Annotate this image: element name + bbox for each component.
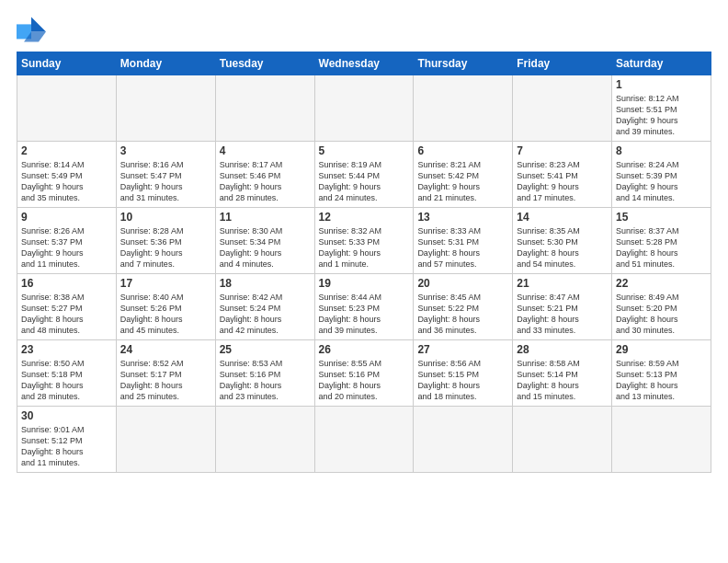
day-number: 27 [417, 343, 508, 356]
day-number: 4 [220, 144, 311, 157]
calendar-cell: 12Sunrise: 8:32 AM Sunset: 5:33 PM Dayli… [314, 208, 414, 274]
day-number: 14 [517, 211, 608, 224]
day-info: Sunrise: 8:12 AM Sunset: 5:51 PM Dayligh… [616, 93, 707, 138]
calendar-cell: 17Sunrise: 8:40 AM Sunset: 5:26 PM Dayli… [116, 274, 215, 340]
day-info: Sunrise: 8:14 AM Sunset: 5:49 PM Dayligh… [21, 159, 112, 204]
weekday-header-thursday: Thursday [414, 52, 513, 75]
day-number: 5 [319, 144, 410, 157]
day-info: Sunrise: 8:38 AM Sunset: 5:27 PM Dayligh… [21, 292, 112, 337]
day-number: 8 [616, 144, 707, 157]
day-info: Sunrise: 8:56 AM Sunset: 5:15 PM Dayligh… [417, 358, 508, 403]
day-number: 22 [616, 277, 707, 290]
day-info: Sunrise: 8:44 AM Sunset: 5:23 PM Dayligh… [319, 292, 410, 337]
calendar-cell: 6Sunrise: 8:21 AM Sunset: 5:42 PM Daylig… [414, 142, 513, 208]
day-info: Sunrise: 9:01 AM Sunset: 5:12 PM Dayligh… [21, 424, 112, 469]
calendar-cell [513, 407, 612, 473]
logo-icon [17, 17, 46, 42]
calendar-cell [414, 407, 513, 473]
day-number: 17 [120, 277, 211, 290]
day-number: 19 [319, 277, 410, 290]
day-number: 6 [417, 144, 508, 157]
day-info: Sunrise: 8:55 AM Sunset: 5:16 PM Dayligh… [319, 358, 410, 403]
calendar-cell: 3Sunrise: 8:16 AM Sunset: 5:47 PM Daylig… [116, 142, 215, 208]
day-info: Sunrise: 8:17 AM Sunset: 5:46 PM Dayligh… [220, 159, 311, 204]
calendar-cell: 24Sunrise: 8:52 AM Sunset: 5:17 PM Dayli… [116, 340, 215, 407]
day-info: Sunrise: 8:16 AM Sunset: 5:47 PM Dayligh… [120, 159, 211, 204]
calendar-week-row: 30Sunrise: 9:01 AM Sunset: 5:12 PM Dayli… [17, 407, 711, 473]
day-number: 15 [616, 211, 707, 224]
day-info: Sunrise: 8:23 AM Sunset: 5:41 PM Dayligh… [517, 159, 608, 204]
calendar-cell [414, 75, 513, 142]
calendar-header-row: SundayMondayTuesdayWednesdayThursdayFrid… [17, 52, 711, 75]
weekday-header-sunday: Sunday [17, 52, 117, 75]
day-info: Sunrise: 8:19 AM Sunset: 5:44 PM Dayligh… [319, 159, 410, 204]
weekday-header-wednesday: Wednesday [314, 52, 414, 75]
header [17, 17, 711, 42]
calendar-cell: 18Sunrise: 8:42 AM Sunset: 5:24 PM Dayli… [215, 274, 314, 340]
weekday-header-monday: Monday [116, 52, 215, 75]
day-number: 26 [319, 343, 410, 356]
calendar-week-row: 1Sunrise: 8:12 AM Sunset: 5:51 PM Daylig… [17, 75, 711, 142]
calendar-cell [612, 407, 711, 473]
calendar-cell: 11Sunrise: 8:30 AM Sunset: 5:34 PM Dayli… [215, 208, 314, 274]
calendar-table: SundayMondayTuesdayWednesdayThursdayFrid… [17, 52, 711, 473]
day-number: 24 [120, 343, 211, 356]
calendar-cell [116, 407, 215, 473]
day-number: 23 [21, 343, 112, 356]
day-info: Sunrise: 8:59 AM Sunset: 5:13 PM Dayligh… [616, 358, 707, 403]
svg-marker-0 [31, 17, 46, 31]
day-number: 13 [417, 211, 508, 224]
logo [17, 17, 50, 42]
calendar-cell [513, 75, 612, 142]
calendar-cell [215, 407, 314, 473]
calendar-cell: 25Sunrise: 8:53 AM Sunset: 5:16 PM Dayli… [215, 340, 314, 407]
calendar-cell: 30Sunrise: 9:01 AM Sunset: 5:12 PM Dayli… [17, 407, 117, 473]
calendar-cell: 23Sunrise: 8:50 AM Sunset: 5:18 PM Dayli… [17, 340, 117, 407]
calendar-cell: 20Sunrise: 8:45 AM Sunset: 5:22 PM Dayli… [414, 274, 513, 340]
calendar-week-row: 23Sunrise: 8:50 AM Sunset: 5:18 PM Dayli… [17, 340, 711, 407]
day-info: Sunrise: 8:26 AM Sunset: 5:37 PM Dayligh… [21, 225, 112, 270]
page: SundayMondayTuesdayWednesdayThursdayFrid… [0, 0, 728, 563]
day-info: Sunrise: 8:21 AM Sunset: 5:42 PM Dayligh… [417, 159, 508, 204]
calendar-cell: 16Sunrise: 8:38 AM Sunset: 5:27 PM Dayli… [17, 274, 117, 340]
day-info: Sunrise: 8:47 AM Sunset: 5:21 PM Dayligh… [517, 292, 608, 337]
calendar-cell: 21Sunrise: 8:47 AM Sunset: 5:21 PM Dayli… [513, 274, 612, 340]
day-info: Sunrise: 8:42 AM Sunset: 5:24 PM Dayligh… [220, 292, 311, 337]
day-number: 2 [21, 144, 112, 157]
day-number: 21 [517, 277, 608, 290]
day-number: 3 [120, 144, 211, 157]
calendar-week-row: 9Sunrise: 8:26 AM Sunset: 5:37 PM Daylig… [17, 208, 711, 274]
day-number: 29 [616, 343, 707, 356]
calendar-cell: 14Sunrise: 8:35 AM Sunset: 5:30 PM Dayli… [513, 208, 612, 274]
day-number: 25 [220, 343, 311, 356]
calendar-week-row: 16Sunrise: 8:38 AM Sunset: 5:27 PM Dayli… [17, 274, 711, 340]
day-info: Sunrise: 8:50 AM Sunset: 5:18 PM Dayligh… [21, 358, 112, 403]
day-info: Sunrise: 8:35 AM Sunset: 5:30 PM Dayligh… [517, 225, 608, 270]
day-number: 12 [319, 211, 410, 224]
calendar-cell: 8Sunrise: 8:24 AM Sunset: 5:39 PM Daylig… [612, 142, 711, 208]
calendar-cell: 19Sunrise: 8:44 AM Sunset: 5:23 PM Dayli… [314, 274, 414, 340]
weekday-header-saturday: Saturday [612, 52, 711, 75]
day-number: 10 [120, 211, 211, 224]
day-info: Sunrise: 8:53 AM Sunset: 5:16 PM Dayligh… [220, 358, 311, 403]
calendar-cell: 22Sunrise: 8:49 AM Sunset: 5:20 PM Dayli… [612, 274, 711, 340]
calendar-cell: 29Sunrise: 8:59 AM Sunset: 5:13 PM Dayli… [612, 340, 711, 407]
calendar-cell: 27Sunrise: 8:56 AM Sunset: 5:15 PM Dayli… [414, 340, 513, 407]
calendar-cell: 9Sunrise: 8:26 AM Sunset: 5:37 PM Daylig… [17, 208, 117, 274]
calendar-cell: 2Sunrise: 8:14 AM Sunset: 5:49 PM Daylig… [17, 142, 117, 208]
calendar-cell [314, 75, 414, 142]
day-info: Sunrise: 8:33 AM Sunset: 5:31 PM Dayligh… [417, 225, 508, 270]
day-info: Sunrise: 8:45 AM Sunset: 5:22 PM Dayligh… [417, 292, 508, 337]
day-number: 18 [220, 277, 311, 290]
day-number: 7 [517, 144, 608, 157]
calendar-cell: 28Sunrise: 8:58 AM Sunset: 5:14 PM Dayli… [513, 340, 612, 407]
day-info: Sunrise: 8:28 AM Sunset: 5:36 PM Dayligh… [120, 225, 211, 270]
day-number: 20 [417, 277, 508, 290]
day-info: Sunrise: 8:49 AM Sunset: 5:20 PM Dayligh… [616, 292, 707, 337]
calendar-cell: 26Sunrise: 8:55 AM Sunset: 5:16 PM Dayli… [314, 340, 414, 407]
calendar-cell [17, 75, 117, 142]
calendar-cell [116, 75, 215, 142]
calendar-cell: 4Sunrise: 8:17 AM Sunset: 5:46 PM Daylig… [215, 142, 314, 208]
day-number: 11 [220, 211, 311, 224]
calendar-cell: 10Sunrise: 8:28 AM Sunset: 5:36 PM Dayli… [116, 208, 215, 274]
